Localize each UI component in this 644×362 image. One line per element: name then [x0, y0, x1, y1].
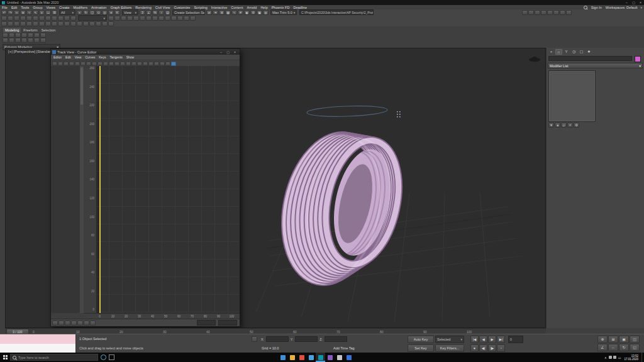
zoom-icon[interactable]: ⊕	[597, 336, 608, 343]
show-tangents-toggle-icon[interactable]	[171, 62, 176, 66]
toolbar-icon[interactable]	[171, 16, 177, 21]
window-crossing-icon[interactable]: ⊞	[52, 10, 57, 15]
menu-item[interactable]: Help	[258, 6, 269, 9]
toolbar-icon[interactable]	[165, 16, 170, 21]
set-tangents-auto-icon[interactable]	[103, 62, 108, 66]
move-keys-icon[interactable]	[64, 62, 69, 66]
menu-item[interactable]: Content	[229, 6, 245, 9]
toolbar-icon[interactable]	[528, 10, 534, 15]
3ds-max-icon[interactable]	[316, 353, 325, 362]
ribbon-button[interactable]	[34, 38, 40, 43]
curve-graph-area[interactable]	[96, 66, 240, 313]
toolbar-icon[interactable]	[14, 16, 19, 21]
coord-z-field[interactable]	[325, 336, 347, 342]
show-keyable-icon[interactable]	[148, 62, 153, 66]
menu-item[interactable]: Interactive	[209, 6, 229, 9]
time-configuration-icon[interactable]: ◔	[497, 344, 505, 352]
scrollbar-thumb[interactable]	[80, 67, 83, 105]
modify-tab-icon[interactable]: ∩	[555, 49, 562, 55]
notification-center-icon[interactable]: ▭	[618, 356, 621, 359]
configure-modifier-sets-icon[interactable]: ⚙	[574, 123, 579, 128]
menu-item[interactable]: Customize	[172, 6, 192, 9]
menu-item[interactable]: Tools	[19, 6, 31, 9]
maximize-button[interactable]: ▢	[630, 1, 637, 4]
selection-filter-dropdown[interactable]: All ▾	[59, 9, 75, 15]
taskbar-app-icon[interactable]	[344, 353, 353, 362]
volume-tray-icon[interactable]	[613, 356, 616, 359]
ribbon-button[interactable]	[34, 33, 40, 38]
toolbar-icon[interactable]	[64, 16, 70, 21]
toolbar-icon[interactable]	[20, 21, 26, 26]
menu-item[interactable]: Curves	[83, 55, 97, 59]
menu-item[interactable]: Scripting	[192, 6, 209, 9]
ribbon-button[interactable]	[3, 38, 8, 43]
network-tray-icon[interactable]	[609, 356, 612, 359]
toolbar-icon[interactable]	[1, 16, 7, 21]
menu-item[interactable]: Tangents	[108, 55, 124, 59]
toolbar-icon[interactable]	[52, 21, 57, 26]
zoom-horizontal-extents-icon[interactable]	[58, 321, 64, 326]
schematic-view-icon[interactable]: #	[238, 10, 243, 15]
menu-item[interactable]: Animation	[89, 6, 108, 9]
toolbar-icon[interactable]	[89, 21, 95, 26]
ribbon-button[interactable]	[15, 38, 21, 43]
snaps-toggle-icon[interactable]: 3	[140, 10, 145, 15]
layer-explorer-icon[interactable]: ≣	[219, 10, 225, 15]
ribbon-button[interactable]	[15, 33, 21, 38]
start-button[interactable]	[0, 353, 10, 362]
toolbar-icon[interactable]	[83, 21, 89, 26]
align-icon[interactable]: ≐	[213, 10, 218, 15]
toolbar-icon[interactable]	[70, 21, 76, 26]
select-by-name-icon[interactable]: ≡	[39, 10, 45, 15]
object-color-swatch[interactable]	[635, 56, 641, 62]
menu-item[interactable]: Group	[31, 6, 44, 9]
field-of-view-icon[interactable]: ∠	[597, 344, 608, 351]
utilities-tab-icon[interactable]: ★	[586, 49, 592, 55]
key-time-field[interactable]	[197, 320, 216, 326]
pin-stack-icon[interactable]: ▼	[548, 123, 554, 128]
menu-item[interactable]: Civil View	[153, 6, 172, 9]
toolbar-icon[interactable]	[108, 21, 114, 26]
toolbar-icon[interactable]	[45, 21, 51, 26]
menu-item[interactable]: Views	[45, 6, 58, 9]
show-desktop-button[interactable]	[641, 353, 644, 362]
ribbon-button[interactable]	[28, 38, 33, 43]
modifier-stack[interactable]	[548, 70, 596, 122]
unlink-selection-icon[interactable]: ⊗	[20, 10, 26, 15]
menu-item[interactable]: Edit	[9, 6, 19, 9]
workspaces-selector[interactable]: Workspaces: Default	[604, 6, 640, 9]
menu-item[interactable]: Modifiers	[72, 6, 89, 9]
select-and-place-icon[interactable]: ⊙	[96, 10, 101, 15]
chrome-icon[interactable]	[297, 353, 306, 362]
display-tab-icon[interactable]: ▢	[578, 49, 585, 55]
set-tangents-step-icon[interactable]	[126, 62, 131, 66]
remove-modifier-icon[interactable]: ×	[567, 123, 573, 128]
minimize-button[interactable]: –	[623, 1, 630, 4]
time-ruler[interactable]: 0102030405060708090100	[33, 330, 510, 334]
toolbar-icon[interactable]	[158, 16, 164, 21]
toolbar-icon[interactable]	[70, 16, 76, 21]
key-stats-icon[interactable]	[84, 321, 89, 326]
taskbar-app-icon[interactable]	[335, 353, 344, 362]
viewcube[interactable]	[529, 57, 540, 62]
ribbon-tab-freeform[interactable]: Freeform	[21, 28, 39, 33]
menu-item[interactable]: Rendering	[133, 6, 153, 9]
toolbar-icon[interactable]	[52, 16, 57, 21]
maxscript-listener-line[interactable]	[0, 344, 75, 353]
object-name-field[interactable]	[548, 56, 632, 61]
ribbon-button[interactable]	[28, 33, 33, 38]
toolbar-icon[interactable]	[152, 16, 158, 21]
curve-editor-titlebar[interactable]: Track View - Curve Editor –▢×	[51, 49, 240, 55]
toolbar-icon[interactable]	[39, 21, 45, 26]
select-object-icon[interactable]: ↖	[33, 10, 38, 15]
maxscript-macro-recorder-line[interactable]	[0, 334, 75, 344]
keyboard-shortcut-override-icon[interactable]: K	[114, 10, 120, 15]
zoom-extents-icon[interactable]: ▣	[619, 336, 629, 343]
toolbar-icon[interactable]	[77, 21, 82, 26]
toolbar-icon[interactable]	[560, 10, 565, 15]
set-tangents-linear-icon[interactable]	[131, 62, 136, 66]
region-tool-icon[interactable]	[154, 62, 159, 66]
plugin-version-dropdown[interactable]: Max Trim 5.0 ▾	[270, 9, 297, 15]
coil-object[interactable]	[272, 126, 409, 290]
reduce-keys-icon[interactable]	[97, 62, 103, 66]
